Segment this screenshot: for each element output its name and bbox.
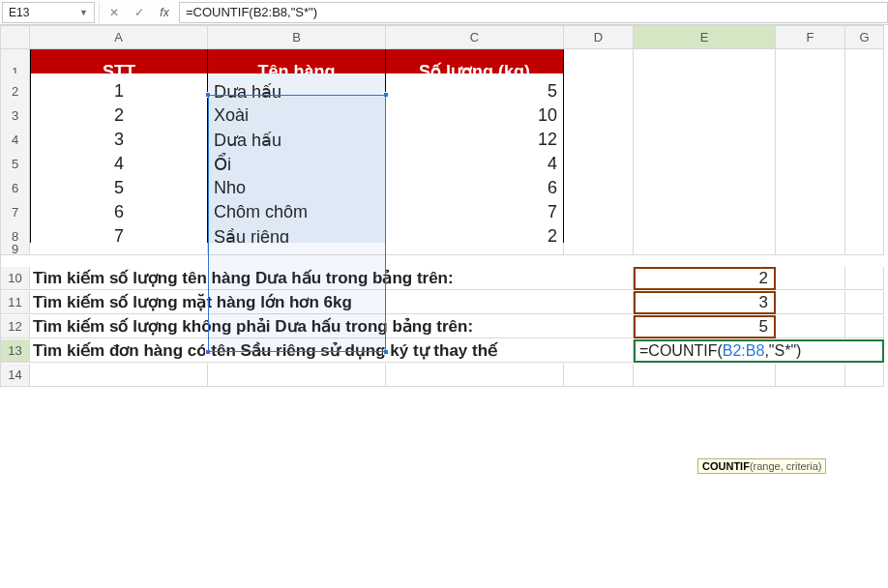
cell-E14[interactable] [634, 364, 776, 387]
cell-F14[interactable] [776, 364, 845, 387]
cell-F9[interactable] [776, 243, 845, 255]
range-handle[interactable] [383, 349, 389, 355]
tooltip-args: (range, criteria) [750, 460, 822, 472]
row-header-13[interactable]: 13 [1, 339, 30, 363]
function-tooltip: COUNTIF(range, criteria) [697, 458, 826, 474]
row-header-10[interactable]: 10 [1, 267, 30, 290]
cell-D9[interactable] [564, 243, 634, 255]
cell-A12[interactable]: Tìm kiếm số lượng không phải Dưa hấu tro… [30, 315, 634, 338]
row-header-12[interactable]: 12 [1, 315, 30, 338]
spreadsheet-grid[interactable]: A B C D E F G 1 STT Tên hàng Số lượng (k… [0, 25, 888, 388]
row-header-9[interactable]: 9 [1, 243, 30, 255]
cancel-icon[interactable]: ✕ [104, 2, 125, 23]
tooltip-fn: COUNTIF [702, 460, 750, 472]
cell-E12[interactable]: 5 [634, 315, 776, 338]
formula-part-prefix: =COUNTIF( [639, 342, 723, 360]
cell-F11[interactable] [776, 291, 845, 314]
col-header-C[interactable]: C [386, 25, 564, 49]
col-header-D[interactable]: D [564, 25, 634, 49]
cell-E11[interactable]: 3 [634, 291, 776, 314]
name-box[interactable]: E13 ▼ [2, 2, 95, 23]
cell-A14[interactable] [30, 364, 208, 387]
row-header-14[interactable]: 14 [1, 364, 30, 387]
cell-G9[interactable] [845, 243, 884, 255]
formula-bar: E13 ▼ ✕ ✓ fx =COUNTIF(B2:B8,"S*") [0, 0, 888, 25]
cell-A13[interactable]: Tìm kiếm đơn hàng có tên Sầu riêng sử dụ… [30, 339, 634, 363]
cell-D14[interactable] [564, 364, 634, 387]
cell-G11[interactable] [845, 291, 884, 314]
formula-input[interactable]: =COUNTIF(B2:B8,"S*") [179, 2, 888, 23]
cell-A11[interactable]: Tìm kiếm số lượng mặt hàng lớn hơn 6kg [30, 291, 634, 314]
cell-F12[interactable] [776, 315, 845, 338]
fx-icon[interactable]: fx [154, 2, 175, 23]
cell-F10[interactable] [776, 267, 845, 290]
cell-A10[interactable]: Tìm kiếm số lượng tên hàng Dưa hấu trong… [30, 267, 634, 290]
cell-C9[interactable] [386, 243, 564, 255]
cell-G10[interactable] [845, 267, 884, 290]
formula-part-suffix: ,"S*") [764, 342, 801, 360]
chevron-down-icon[interactable]: ▼ [79, 8, 88, 17]
enter-icon[interactable]: ✓ [129, 2, 150, 23]
cell-G14[interactable] [845, 364, 884, 387]
cell-A9[interactable] [30, 243, 208, 255]
cell-B9[interactable] [208, 243, 386, 255]
cell-E10[interactable]: 2 [634, 267, 776, 290]
cell-C14[interactable] [386, 364, 564, 387]
col-header-F[interactable]: F [776, 25, 845, 49]
col-header-A[interactable]: A [30, 25, 208, 49]
cell-B14[interactable] [208, 364, 386, 387]
range-handle[interactable] [205, 349, 211, 355]
row-header-11[interactable]: 11 [1, 291, 30, 314]
cell-E9[interactable] [634, 243, 776, 255]
cell-G12[interactable] [845, 315, 884, 338]
formula-text: =COUNTIF(B2:B8,"S*") [186, 5, 317, 19]
range-handle[interactable] [205, 92, 211, 98]
name-box-value: E13 [9, 6, 29, 19]
cell-E13[interactable]: =COUNTIF(B2:B8,"S*") [634, 339, 884, 363]
range-handle[interactable] [383, 92, 389, 98]
col-header-E[interactable]: E [634, 25, 776, 49]
formula-part-ref: B2:B8 [723, 342, 765, 360]
col-header-B[interactable]: B [208, 25, 386, 49]
select-all-corner[interactable] [1, 25, 30, 49]
col-header-G[interactable]: G [845, 25, 884, 49]
